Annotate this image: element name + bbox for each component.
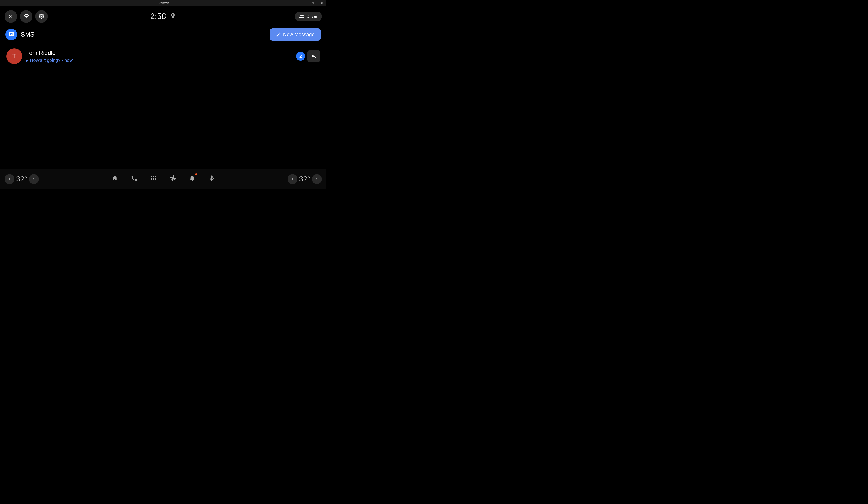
message-content: Tom Riddle ▶ How's it going? · now bbox=[26, 50, 296, 63]
window-controls: − □ × bbox=[299, 0, 326, 6]
fan-button[interactable] bbox=[168, 173, 178, 185]
header-left: SMS bbox=[6, 29, 34, 40]
bottom-center bbox=[110, 173, 217, 185]
avatar: T bbox=[6, 48, 22, 64]
new-message-button[interactable]: New Message bbox=[270, 29, 321, 41]
fan-icon bbox=[169, 175, 176, 182]
notification-button[interactable] bbox=[187, 173, 197, 185]
temp-right-prev-button[interactable] bbox=[288, 174, 298, 184]
driver-icon bbox=[299, 14, 305, 19]
reply-button[interactable] bbox=[307, 50, 320, 63]
title-bar: Seahawk − □ × bbox=[0, 0, 326, 6]
sms-title: SMS bbox=[21, 31, 34, 38]
bottom-left: 32° bbox=[4, 174, 50, 184]
brightness-icon bbox=[39, 13, 44, 19]
home-button[interactable] bbox=[110, 173, 120, 185]
temp-left-prev-button[interactable] bbox=[4, 174, 14, 184]
brightness-button[interactable] bbox=[35, 10, 48, 23]
bell-icon bbox=[189, 175, 196, 182]
maximize-button[interactable]: □ bbox=[308, 0, 317, 6]
pencil-icon bbox=[276, 32, 281, 37]
chevron-left-icon bbox=[8, 178, 11, 181]
location-icon bbox=[170, 13, 176, 21]
unread-count: 2 bbox=[299, 54, 302, 59]
left-temperature: 32° bbox=[16, 175, 27, 183]
table-row[interactable]: T Tom Riddle ▶ How's it going? · now 2 bbox=[4, 45, 322, 68]
unread-badge: 2 bbox=[296, 52, 305, 61]
driver-button[interactable]: Driver bbox=[295, 11, 322, 21]
home-icon bbox=[111, 175, 118, 182]
chevron-left-icon bbox=[291, 178, 294, 181]
message-actions: 2 bbox=[296, 50, 320, 63]
grid-icon bbox=[150, 175, 157, 182]
right-temperature: 32° bbox=[299, 175, 310, 183]
new-message-label: New Message bbox=[283, 32, 314, 38]
clock: 2:58 bbox=[150, 12, 166, 21]
temp-left-next-button[interactable] bbox=[29, 174, 39, 184]
temp-right-next-button[interactable] bbox=[312, 174, 322, 184]
contact-name: Tom Riddle bbox=[26, 50, 296, 56]
grid-button[interactable] bbox=[148, 173, 159, 185]
driver-label: Driver bbox=[307, 14, 317, 19]
minimize-button[interactable]: − bbox=[299, 0, 308, 6]
mic-button[interactable] bbox=[207, 173, 217, 185]
top-bar-left bbox=[4, 10, 48, 23]
bluetooth-button[interactable] bbox=[4, 10, 17, 23]
dot-separator: · bbox=[62, 58, 63, 63]
chevron-right-icon bbox=[32, 178, 35, 181]
bottom-bar: 32° bbox=[0, 169, 326, 189]
message-list: T Tom Riddle ▶ How's it going? · now 2 bbox=[0, 42, 326, 70]
top-bar-center: 2:58 bbox=[150, 6, 176, 27]
phone-icon bbox=[131, 175, 137, 182]
bottom-right: 32° bbox=[277, 174, 322, 184]
reply-icon bbox=[311, 53, 317, 59]
app-title: Seahawk bbox=[157, 2, 168, 5]
phone-button[interactable] bbox=[129, 173, 139, 185]
close-button[interactable]: × bbox=[317, 0, 326, 6]
avatar-letter: T bbox=[12, 53, 16, 60]
top-bar: 2:58 Driver bbox=[0, 6, 326, 27]
wifi-icon bbox=[23, 13, 29, 19]
play-icon: ▶ bbox=[26, 59, 29, 62]
mic-icon bbox=[208, 175, 215, 182]
preview-text: How's it going? bbox=[30, 58, 61, 63]
message-preview: ▶ How's it going? · now bbox=[26, 58, 296, 63]
message-time: now bbox=[64, 58, 73, 63]
bluetooth-icon bbox=[8, 14, 13, 19]
header-section: SMS New Message bbox=[0, 27, 326, 42]
chevron-right-icon bbox=[315, 178, 319, 181]
wifi-button[interactable] bbox=[20, 10, 32, 23]
sms-icon bbox=[6, 29, 17, 40]
